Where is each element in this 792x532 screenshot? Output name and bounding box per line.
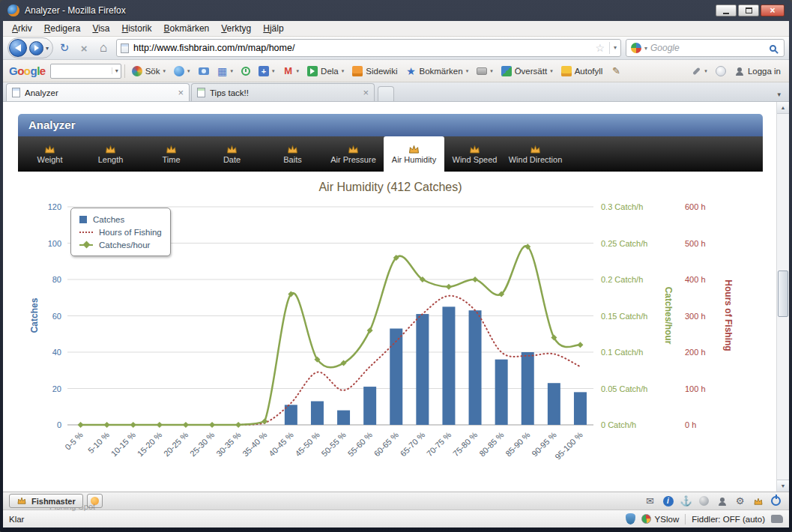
analyzer-tab-label: Weight — [37, 155, 62, 164]
analyzer-tab-baits[interactable]: Baits — [262, 136, 323, 172]
mail-icon[interactable]: ✉ — [643, 494, 657, 508]
search-engine-icon[interactable] — [631, 43, 641, 53]
scroll-up-button[interactable]: ▲ — [777, 102, 789, 114]
bar-catches[interactable] — [548, 383, 560, 425]
analyzer-tab-length[interactable]: Length — [80, 136, 141, 172]
legend-item[interactable]: Hours of Fishing — [79, 226, 162, 238]
toolbar-gmail-button[interactable]: M▾ — [279, 64, 303, 79]
legend-label: Catches/hour — [99, 241, 150, 250]
tab-close-button[interactable]: × — [178, 87, 184, 98]
scroll-down-button[interactable]: ▼ — [777, 480, 789, 492]
analyzer-tab-label: Wind Speed — [453, 155, 498, 164]
analyzer-tab-time[interactable]: Time — [141, 136, 202, 172]
analyzer-tab-bar: WeightLengthTimeDateBaitsAir PressureAir… — [18, 136, 763, 172]
menu-redigera[interactable]: Redigera — [38, 22, 87, 35]
bar-catches[interactable] — [337, 411, 350, 425]
toolbar-search-button[interactable]: Sök▾ — [128, 64, 169, 79]
fiddler-button[interactable]: Fiddler: OFF (auto) — [692, 515, 765, 524]
bar-catches[interactable] — [390, 328, 402, 425]
rate-axis-title: Catches/hour — [663, 287, 674, 345]
scrollbar-thumb[interactable] — [778, 270, 788, 317]
fishmaster-button[interactable]: Fishmaster — [9, 494, 83, 508]
analyzer-app: Analyzer WeightLengthTimeDateBaitsAir Pr… — [18, 114, 763, 474]
stop-button[interactable]: × — [76, 40, 92, 56]
close-button[interactable]: × — [761, 4, 785, 16]
menu-visa[interactable]: Visa — [86, 22, 115, 35]
bookmark-star-icon[interactable]: ☆ — [595, 42, 605, 54]
toolbar-share-button[interactable]: Dela▾ — [303, 64, 348, 79]
toolbar-pencil-button[interactable]: ✎ — [607, 64, 625, 79]
toolbar-login-label: Logga in — [748, 67, 781, 76]
toolbar-search-dropdown[interactable]: ▾ — [112, 67, 118, 74]
toolbar-translate-button[interactable]: Översätt▾ — [498, 64, 557, 79]
bar-catches[interactable] — [363, 387, 376, 425]
url-bar[interactable]: http://www.fishbrain.com/m/map/home/ ☆ ▾ — [116, 39, 621, 57]
vertical-scrollbar[interactable]: ▲ ▼ — [776, 102, 789, 492]
power-icon[interactable] — [769, 494, 783, 508]
shield-icon[interactable] — [626, 513, 635, 525]
bar-catches[interactable] — [495, 360, 508, 425]
history-dropdown[interactable]: ▾ — [46, 45, 49, 52]
menu-bokmärken[interactable]: Bokmärken — [158, 22, 216, 35]
minimize-button[interactable] — [716, 4, 737, 16]
search-magnifier-icon[interactable] — [770, 45, 776, 52]
url-text[interactable]: http://www.fishbrain.com/m/map/home/ — [133, 43, 590, 53]
home-button[interactable]: ⌂ — [95, 40, 112, 56]
tab-tips-tack[interactable]: Tips tack!! × — [191, 83, 375, 101]
toolbar-bookmarks-button[interactable]: ★Bokmärken▾ — [402, 64, 472, 79]
bar-catches[interactable] — [416, 314, 429, 425]
search-engine-dropdown[interactable]: ▾ — [644, 45, 647, 52]
gear-icon[interactable]: ⚙ — [733, 494, 747, 508]
toolbar-pagerank-button[interactable] — [238, 64, 254, 78]
search-input[interactable]: Google — [650, 43, 767, 53]
bar-catches[interactable] — [442, 306, 455, 425]
toolbar-add-button[interactable]: +▾ — [255, 64, 279, 79]
info-icon[interactable]: i — [661, 494, 675, 508]
anchor-icon[interactable]: ⚓ — [679, 494, 693, 508]
analyzer-tab-date[interactable]: Date — [202, 136, 262, 172]
refresh-button[interactable]: ↻ — [56, 40, 73, 56]
analyzer-tab-air-humidity[interactable]: Air Humidity — [384, 136, 444, 172]
bar-catches[interactable] — [311, 401, 324, 425]
analyzer-tab-air-pressure[interactable]: Air Pressure — [323, 136, 384, 172]
toolbar-search-input[interactable]: ▾ — [50, 64, 121, 79]
back-button[interactable] — [9, 39, 27, 57]
toolbar-orb-button[interactable]: ▾ — [170, 64, 194, 79]
crown-icon[interactable] — [751, 494, 765, 508]
google-toolbar: Google ▾ Sök▾ ▾ ▦▾ +▾ M▾ Dela▾ Sidewiki … — [3, 60, 789, 82]
user-icon[interactable] — [715, 494, 729, 508]
analyzer-tab-weight[interactable]: Weight — [19, 136, 80, 172]
list-all-tabs-button[interactable]: ▾ — [772, 91, 786, 101]
toolbar-wrench-button[interactable]: ▾ — [687, 64, 711, 79]
analyzer-tab-wind-speed[interactable]: Wind Speed — [444, 136, 505, 172]
url-dropdown[interactable]: ▾ — [609, 42, 617, 53]
fiddler-icon[interactable] — [771, 515, 783, 523]
maximize-button[interactable] — [738, 4, 759, 16]
toolbar-gray-button[interactable]: ▾ — [473, 65, 497, 77]
bar-catches[interactable] — [522, 352, 534, 425]
toolbar-grid-button[interactable]: ▦▾ — [214, 64, 238, 79]
analyzer-tab-wind-direction[interactable]: Wind Direction — [505, 136, 566, 172]
new-tab-button[interactable] — [378, 86, 394, 101]
menu-arkiv[interactable]: Arkiv — [6, 22, 38, 35]
forward-button[interactable] — [29, 41, 43, 55]
toolbar-autofill-button[interactable]: Autofyll — [557, 64, 607, 79]
bar-catches[interactable] — [469, 310, 482, 425]
tab-analyzer[interactable]: Analyzer × — [6, 83, 190, 101]
menu-verktyg[interactable]: Verktyg — [215, 22, 257, 35]
menu-hjälp[interactable]: Hjälp — [257, 22, 289, 35]
bar-catches[interactable] — [574, 392, 587, 425]
search-bar[interactable]: ▾ Google — [626, 39, 785, 57]
sphere-icon[interactable] — [697, 494, 711, 508]
toolbar-bulb-button[interactable] — [712, 64, 730, 79]
menu-historik[interactable]: Historik — [116, 22, 158, 35]
legend-item[interactable]: Catches — [79, 213, 162, 226]
toolbar-camera-button[interactable] — [195, 65, 213, 77]
x-axis-label: 25-30 % — [188, 430, 217, 459]
legend-item[interactable]: Catches/hour — [79, 238, 162, 251]
toolbar-login-button[interactable]: Logga in — [731, 64, 785, 79]
toolbar-sidewiki-button[interactable]: Sidewiki — [348, 64, 401, 79]
yslow-button[interactable]: YSlow — [641, 514, 680, 524]
google-logo: Google — [9, 64, 46, 77]
tab-close-button[interactable]: × — [363, 87, 369, 98]
